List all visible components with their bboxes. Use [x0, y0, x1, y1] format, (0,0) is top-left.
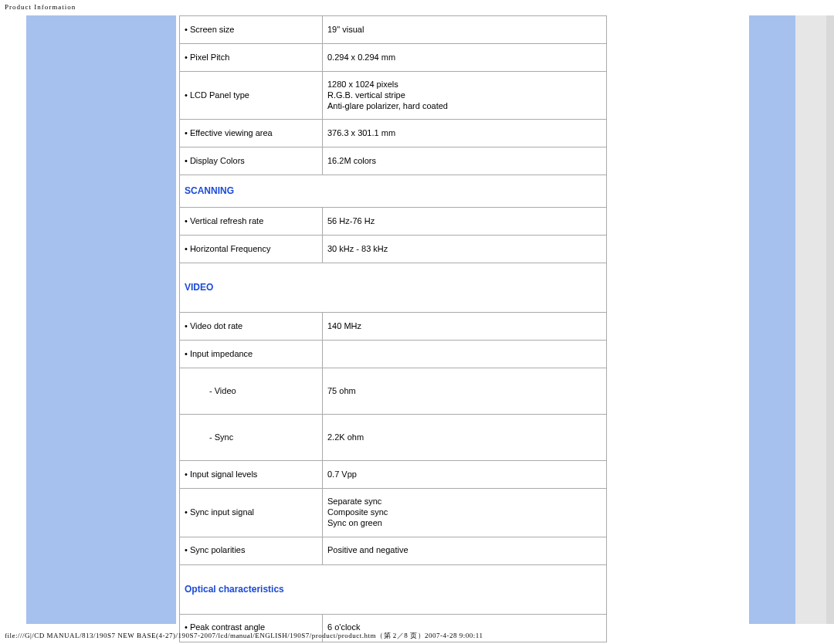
row-video-dot-rate: • Video dot rate140 MHz — [180, 313, 607, 341]
section-optical: Optical characteristics — [180, 564, 607, 614]
row-impedance-sync: - Sync2.2K ohm — [180, 415, 607, 461]
label: • Sync polarities — [180, 537, 323, 564]
value: 2.2K ohm — [323, 415, 607, 461]
value: 56 Hz-76 Hz — [323, 208, 607, 236]
value: 0.294 x 0.294 mm — [323, 44, 607, 72]
label: • LCD Panel type — [180, 72, 323, 120]
value: 75 ohm — [323, 368, 607, 415]
section-title: Optical characteristics — [180, 564, 607, 614]
right-gray-2 — [826, 15, 834, 624]
label: • Screen size — [180, 16, 323, 44]
value: 30 kHz - 83 kHz — [323, 236, 607, 263]
row-horizontal-freq: • Horizontal Frequency30 kHz - 83 kHz — [180, 236, 607, 263]
label: • Input signal levels — [180, 461, 323, 489]
section-title: SCANNING — [180, 175, 607, 208]
label: • Sync input signal — [180, 489, 323, 537]
label: • Input impedance — [180, 341, 323, 368]
section-title: VIDEO — [180, 263, 607, 313]
sidebar-right — [749, 15, 795, 624]
label: • Pixel Pitch — [180, 44, 323, 72]
row-sync-polarities: • Sync polaritiesPositive and negative — [180, 537, 607, 564]
row-impedance-video: - Video75 ohm — [180, 368, 607, 415]
sidebar-left — [26, 15, 176, 624]
spec-content: • Screen size19" visual • Pixel Pitch0.2… — [176, 15, 610, 642]
page-wrap: • Screen size19" visual • Pixel Pitch0.2… — [0, 15, 834, 642]
section-scanning: SCANNING — [180, 175, 607, 208]
page-header: Product Information — [0, 0, 834, 15]
row-lcd-panel-type: • LCD Panel type1280 x 1024 pixelsR.G.B.… — [180, 72, 607, 120]
value — [323, 341, 607, 368]
label: • Display Colors — [180, 147, 323, 175]
row-vertical-refresh: • Vertical refresh rate56 Hz-76 Hz — [180, 208, 607, 236]
label: - Sync — [180, 415, 323, 461]
row-pixel-pitch: • Pixel Pitch0.294 x 0.294 mm — [180, 44, 607, 72]
row-input-impedance: • Input impedance — [180, 341, 607, 368]
value: 376.3 x 301.1 mm — [323, 120, 607, 147]
right-gray — [795, 15, 826, 624]
label: - Video — [180, 368, 323, 415]
value: 140 MHz — [323, 313, 607, 341]
value: 1280 x 1024 pixelsR.G.B. vertical stripe… — [323, 72, 607, 120]
row-display-colors: • Display Colors16.2M colors — [180, 147, 607, 175]
footer-path: file:///G|/CD MANUAL/813/190S7 NEW BASE(… — [5, 631, 483, 641]
value: 19" visual — [323, 16, 607, 44]
spec-table: • Screen size19" visual • Pixel Pitch0.2… — [179, 15, 607, 642]
value: 0.7 Vpp — [323, 461, 607, 489]
value: Positive and negative — [323, 537, 607, 564]
section-video: VIDEO — [180, 263, 607, 313]
row-screen-size: • Screen size19" visual — [180, 16, 607, 44]
label: • Effective viewing area — [180, 120, 323, 147]
row-effective-viewing-area: • Effective viewing area376.3 x 301.1 mm — [180, 120, 607, 147]
value: Separate syncComposite syncSync on green — [323, 489, 607, 537]
value: 16.2M colors — [323, 147, 607, 175]
label: • Vertical refresh rate — [180, 208, 323, 236]
row-input-signal-levels: • Input signal levels0.7 Vpp — [180, 461, 607, 489]
label: • Video dot rate — [180, 313, 323, 341]
label: • Horizontal Frequency — [180, 236, 323, 263]
row-sync-input-signal: • Sync input signalSeparate syncComposit… — [180, 489, 607, 537]
